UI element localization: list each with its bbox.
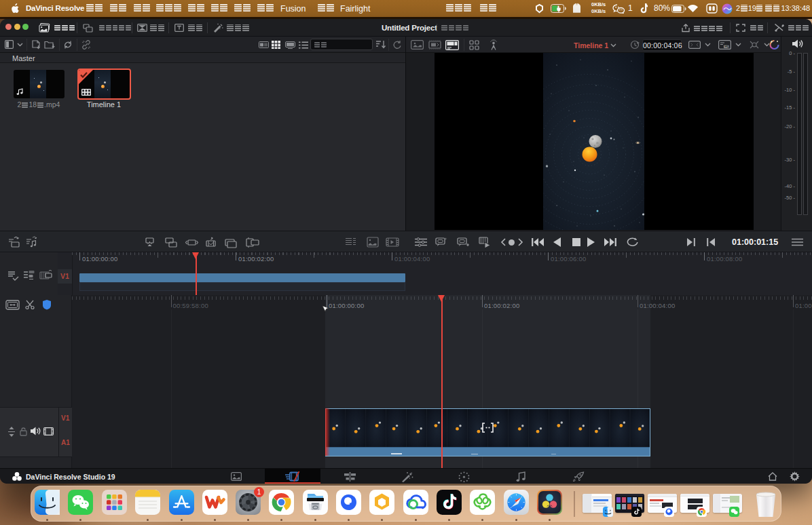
svg-text:HQ: HQ bbox=[724, 45, 729, 48]
